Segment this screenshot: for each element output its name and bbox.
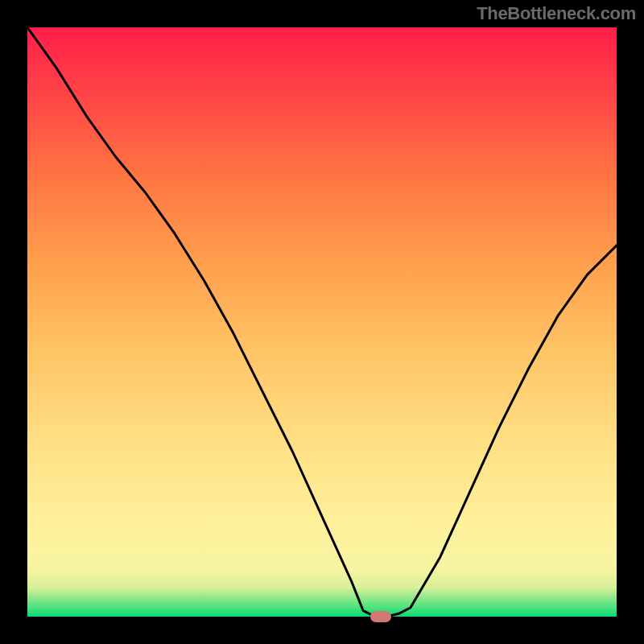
chart-frame: TheBottleneck.com (0, 0, 644, 644)
bottleneck-chart (27, 27, 617, 617)
chart-background (27, 27, 617, 617)
watermark-label: TheBottleneck.com (477, 3, 636, 24)
